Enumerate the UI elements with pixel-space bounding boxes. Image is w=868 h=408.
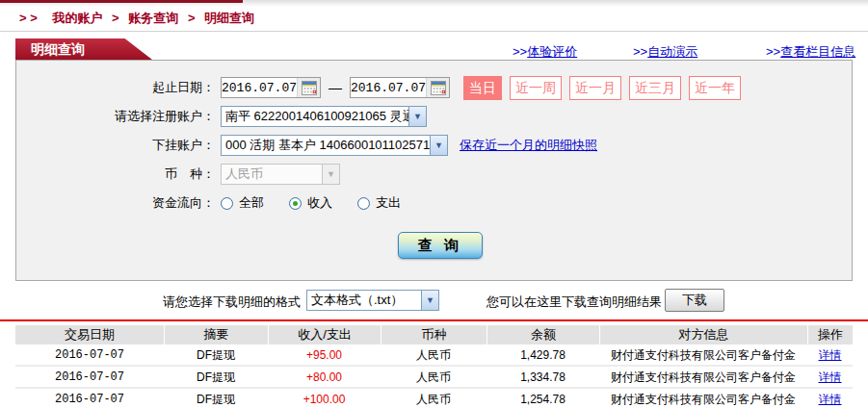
currency-label: 币 种： [16, 166, 215, 183]
col-counterparty: 对方信息 [599, 325, 807, 344]
query-button[interactable]: 查 询 [398, 232, 483, 259]
breadcrumb-item-my-accounts[interactable]: 我的账户 [52, 11, 102, 25]
table-row: 2016-07-07 DF提现 +95.00 人民币 1,429.78 财付通支… [15, 345, 853, 367]
col-action: 操作 [807, 325, 853, 344]
chevron-down-icon: ▼ [408, 107, 426, 126]
radio-icon[interactable] [357, 197, 370, 210]
breadcrumb: > > 我的账户 > 账务查询 > 明细查询 [19, 10, 254, 27]
detail-link[interactable]: 详情 [819, 393, 842, 406]
col-transaction-date: 交易日期 [15, 325, 164, 344]
sub-account-select[interactable]: 000 活期 基本户 1406600101102571848 ▼ [221, 135, 448, 156]
auto-demo-link[interactable]: >>自动演示 [633, 43, 697, 61]
registered-account-select[interactable]: 南平 6222001406100921065 灵通卡 ▼ [221, 106, 427, 127]
download-hint: 您可以在这里下载查询明细结果 [487, 293, 662, 311]
chevron-down-icon: ▼ [430, 136, 447, 155]
page: > > 我的账户 > 账务查询 > 明细查询 明细查询 >>体验评价 >>自动演… [0, 0, 868, 408]
range-last-month-button[interactable]: 近一月 [569, 76, 621, 100]
download-format-select[interactable]: 文本格式（.txt） ▼ [306, 290, 439, 311]
breadcrumb-item-account-inquiry[interactable]: 账务查询 [128, 11, 178, 25]
view-column-info-link[interactable]: >>查看栏目信息 [766, 43, 855, 61]
breadcrumb-divider [0, 31, 868, 32]
calendar-icon[interactable] [297, 78, 320, 97]
registered-account-row: 请选择注册账户： 南平 6222001406100921065 灵通卡 ▼ [16, 105, 852, 128]
download-format-label: 请您选择下载明细的格式 [135, 293, 301, 311]
chevron-down-icon: ▼ [421, 291, 438, 310]
currency-select-disabled: 人民币 ▼ [221, 164, 340, 185]
start-date-field[interactable] [221, 77, 321, 98]
query-form-panel: 起止日期： [15, 60, 853, 281]
download-button[interactable]: 下载 [665, 289, 724, 312]
top-red-bar [0, 0, 243, 3]
date-range-row: 起止日期： [16, 76, 852, 99]
calendar-icon[interactable] [426, 78, 449, 97]
col-summary: 摘要 [164, 325, 268, 344]
detail-query-tab[interactable]: 明细查询 [15, 38, 152, 60]
download-row: 请您选择下载明细的格式 文本格式（.txt） ▼ 您可以在这里下载查询明细结果 … [0, 288, 868, 314]
sub-account-row: 下挂账户： 000 活期 基本户 1406600101102571848 ▼ 保… [16, 134, 852, 157]
breadcrumb-separator: > [112, 11, 119, 25]
radio-icon[interactable] [221, 197, 233, 210]
start-date-input[interactable] [222, 79, 297, 96]
col-income-expense: 收入/支出 [268, 325, 381, 344]
fund-flow-label: 资金流向： [16, 194, 215, 212]
chevron-down-icon: ▼ [322, 165, 339, 184]
flow-income-radio[interactable]: 收入 [289, 194, 332, 212]
experience-rating-link[interactable]: >>体验评价 [513, 43, 577, 61]
registered-account-label: 请选择注册账户： [16, 108, 215, 125]
table-header-row: 交易日期 摘要 收入/支出 币种 余额 对方信息 操作 [15, 325, 853, 344]
save-monthly-snapshot-link[interactable]: 保存近一个月的明细快照 [460, 137, 597, 154]
currency-row: 币 种： 人民币 ▼ [16, 163, 852, 186]
flow-all-radio[interactable]: 全部 [221, 194, 264, 212]
sub-account-label: 下挂账户： [16, 137, 215, 154]
radio-checked-icon[interactable] [289, 197, 302, 210]
end-date-field[interactable] [350, 77, 450, 98]
date-range-label: 起止日期： [16, 79, 215, 96]
date-range-dash: — [329, 80, 342, 95]
table-row: 2016-07-07 DF提现 +100.00 人民币 1,254.78 财付通… [15, 390, 853, 408]
breadcrumb-item-detail-query[interactable]: 明细查询 [204, 11, 254, 25]
detail-link[interactable]: 详情 [819, 370, 842, 384]
fund-flow-row: 资金流向： 全部 收入 支出 [16, 191, 852, 215]
range-last-3-months-button[interactable]: 近三月 [629, 76, 681, 100]
range-today-button[interactable]: 当日 [463, 76, 502, 100]
range-last-year-button[interactable]: 近一年 [689, 76, 741, 100]
detail-link[interactable]: 详情 [819, 348, 842, 362]
range-last-week-button[interactable]: 近一周 [510, 76, 562, 100]
red-divider [0, 319, 868, 321]
col-currency: 币种 [381, 325, 487, 344]
breadcrumb-separator: > [188, 11, 196, 25]
table-row: 2016-07-07 DF提现 +80.00 人民币 1,334.78 财付通支… [15, 368, 853, 389]
end-date-input[interactable] [351, 79, 426, 96]
breadcrumb-prefix: > > [19, 11, 38, 25]
col-balance: 余额 [487, 325, 599, 344]
results-table: 交易日期 摘要 收入/支出 币种 余额 对方信息 操作 2016-07-07 D… [15, 325, 853, 408]
flow-expense-radio[interactable]: 支出 [357, 194, 401, 212]
